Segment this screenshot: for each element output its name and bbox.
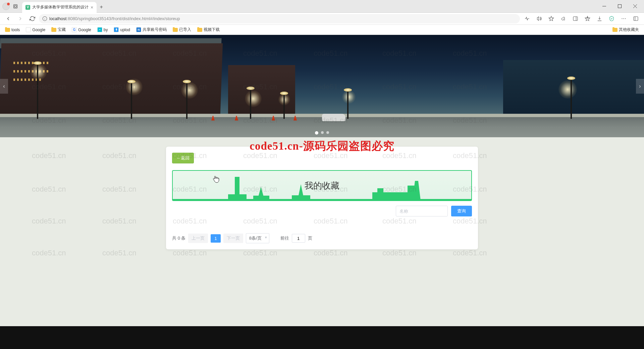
bookmarks-bar: toolsGoogle宝藏GGoogle~by↟uplodπ共享账号密码已导入视… bbox=[0, 25, 644, 35]
bookmark-item[interactable]: ↟uplod bbox=[111, 26, 132, 34]
tab-actions-icon[interactable] bbox=[11, 2, 20, 11]
browser-addressbar: localhost:8080/springboot35143/front/dis… bbox=[0, 13, 644, 25]
svg-rect-9 bbox=[573, 17, 578, 20]
read-aloud-icon[interactable] bbox=[533, 13, 545, 24]
tab-title: 大学多媒体教学管理系统的设计 bbox=[32, 4, 89, 10]
url-input[interactable]: localhost:8080/springboot35143/front/dis… bbox=[39, 14, 520, 23]
window-maximize-button[interactable] bbox=[612, 1, 627, 12]
page-title-box: 我的收藏 bbox=[172, 170, 472, 201]
svg-rect-1 bbox=[14, 5, 16, 7]
security-icon[interactable] bbox=[606, 13, 617, 24]
banner-image bbox=[0, 35, 644, 137]
search-button[interactable]: 查询 bbox=[451, 206, 472, 216]
bookmark-item[interactable]: ~by bbox=[95, 26, 110, 34]
search-input[interactable] bbox=[396, 206, 448, 216]
profile-badge[interactable] bbox=[1, 2, 11, 11]
close-icon[interactable]: × bbox=[91, 5, 93, 10]
favorites-icon[interactable] bbox=[545, 13, 557, 24]
bookmark-item[interactable]: tools bbox=[3, 26, 22, 34]
window-minimize-button[interactable] bbox=[596, 1, 612, 12]
bookmark-favicon bbox=[26, 27, 31, 32]
page-footer bbox=[0, 326, 644, 349]
forward-button[interactable] bbox=[15, 13, 25, 24]
collections-icon[interactable] bbox=[582, 13, 593, 24]
page-goto-input[interactable] bbox=[292, 234, 305, 243]
carousel-banner: ‹ › bbox=[0, 35, 644, 137]
svg-rect-0 bbox=[14, 4, 17, 8]
vue-favicon: V bbox=[25, 5, 30, 10]
folder-icon bbox=[173, 28, 178, 32]
browser-titlebar: V 大学多媒体教学管理系统的设计 × + bbox=[0, 0, 644, 13]
page-content: ‹ › ←返回 我的收藏 查询 bbox=[0, 35, 644, 349]
bookmark-item[interactable]: 宝藏 bbox=[49, 26, 68, 34]
url-path: /springboot35143/front/dist/index.html#/… bbox=[77, 16, 180, 21]
bookmark-item[interactable]: Google bbox=[23, 26, 48, 34]
bookmark-item[interactable]: 视频下载 bbox=[195, 26, 222, 34]
svg-point-14 bbox=[623, 18, 624, 19]
bookmark-favicon: ~ bbox=[97, 27, 102, 32]
bookmark-item[interactable]: π共享账号密码 bbox=[134, 26, 169, 34]
back-link[interactable]: ←返回 bbox=[172, 153, 194, 163]
page-title: 我的收藏 bbox=[305, 180, 339, 192]
folder-icon bbox=[5, 28, 10, 32]
folder-icon bbox=[197, 28, 202, 32]
bookmark-item[interactable]: GGoogle bbox=[69, 26, 94, 34]
split-screen-icon[interactable] bbox=[630, 13, 641, 24]
svg-rect-3 bbox=[618, 5, 621, 8]
bookmark-favicon: G bbox=[72, 27, 77, 32]
more-icon[interactable] bbox=[618, 13, 629, 24]
window-close-button[interactable] bbox=[627, 1, 643, 12]
folder-icon bbox=[51, 28, 56, 32]
other-bookmarks[interactable]: 其他收藏夹 bbox=[610, 26, 641, 34]
new-tab-button[interactable]: + bbox=[97, 2, 106, 12]
carousel-next[interactable]: › bbox=[636, 79, 644, 94]
svg-point-15 bbox=[625, 18, 626, 19]
bookmark-item[interactable]: 已导入 bbox=[170, 26, 194, 34]
site-info-icon[interactable] bbox=[42, 16, 47, 21]
carousel-prev[interactable]: ‹ bbox=[0, 79, 8, 94]
refresh-button[interactable] bbox=[27, 13, 38, 24]
extensions-icon[interactable] bbox=[557, 13, 569, 24]
page-number[interactable]: 1 bbox=[211, 234, 220, 243]
main-panel: ←返回 我的收藏 查询 共 0 条 上一页 1 bbox=[166, 147, 478, 249]
carousel-dots[interactable] bbox=[315, 131, 329, 135]
page-next[interactable]: 下一页 bbox=[223, 234, 243, 243]
page-size-select[interactable]: 8条/页 bbox=[246, 233, 269, 243]
page-prev[interactable]: 上一页 bbox=[188, 234, 208, 243]
back-button[interactable] bbox=[3, 13, 13, 24]
tracking-icon[interactable] bbox=[521, 13, 533, 24]
pagination: 共 0 条 上一页 1 下一页 8条/页 前往 页 bbox=[172, 233, 472, 243]
svg-point-13 bbox=[622, 18, 622, 19]
bookmark-favicon: π bbox=[136, 27, 141, 32]
downloads-icon[interactable] bbox=[594, 13, 605, 24]
svg-rect-16 bbox=[634, 17, 638, 20]
sidebar-icon[interactable] bbox=[570, 13, 581, 24]
url-host: localhost bbox=[49, 16, 66, 21]
browser-tab[interactable]: V 大学多媒体教学管理系统的设计 × bbox=[22, 2, 97, 13]
bookmark-favicon: ↟ bbox=[114, 27, 119, 32]
